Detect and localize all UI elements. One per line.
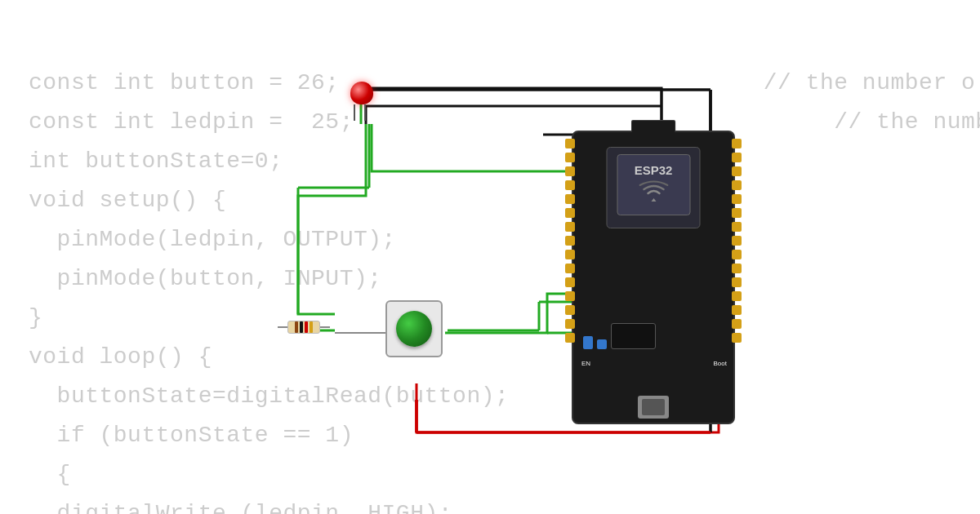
pushbutton-component [385, 300, 451, 366]
pin-right-4 [732, 180, 742, 190]
pin-left-15 [565, 333, 575, 343]
led-legs [358, 104, 366, 121]
esp32-left-pins [565, 139, 575, 343]
code-line-7: } [29, 305, 42, 330]
pin-left-10 [565, 264, 575, 273]
pin-right-5 [732, 194, 742, 204]
pin-left-6 [565, 208, 575, 218]
code-line-4: void setup() { [29, 188, 226, 213]
boot-label: Boot [714, 360, 727, 367]
pin-right-1 [732, 139, 742, 148]
resistor-component [278, 318, 335, 336]
pin-left-2 [565, 153, 575, 162]
led-anode [354, 104, 355, 121]
pin-right-9 [732, 250, 742, 259]
pin-left-1 [565, 139, 575, 148]
pin-left-5 [565, 194, 575, 204]
en-label: EN [581, 360, 590, 367]
pushbutton-cap [396, 311, 432, 347]
pin-right-13 [732, 305, 742, 315]
pin-left-3 [565, 166, 575, 176]
pin-right-7 [732, 222, 742, 232]
pin-left-13 [565, 305, 575, 315]
resistor-band-4 [310, 321, 313, 333]
pin-right-6 [732, 208, 742, 218]
led-cathode [364, 104, 366, 121]
code-line-8: void loop() { [29, 344, 212, 370]
pin-left-8 [565, 236, 575, 246]
pin-right-2 [732, 153, 742, 162]
pin-right-14 [732, 319, 742, 329]
resistor-band-1 [295, 321, 298, 333]
circuit-diagram: ESP32 EN Boot [229, 82, 735, 457]
pin-right-3 [732, 166, 742, 176]
pin-left-11 [565, 277, 575, 287]
esp32-small-components [583, 323, 656, 349]
code-line-12: digitalWrite (ledpin, HIGH); [29, 501, 452, 514]
esp32-chip-inner: ESP32 [617, 154, 690, 215]
esp32-wifi-icon [639, 180, 668, 207]
pushbutton-body [385, 300, 443, 357]
resistor-band-3 [305, 321, 308, 333]
led-bulb [350, 82, 373, 104]
esp32-label: ESP32 [635, 163, 673, 177]
pin-left-14 [565, 319, 575, 329]
pin-right-8 [732, 236, 742, 246]
resistor-band-2 [300, 321, 303, 333]
resistor-body [287, 321, 320, 334]
pin-right-15 [732, 333, 742, 343]
led-component [350, 82, 374, 122]
resistor-wire-right [320, 326, 330, 328]
resistor-wire-left [278, 326, 287, 328]
esp32-right-pins [732, 139, 742, 343]
pin-left-12 [565, 291, 575, 301]
esp32-antenna [631, 120, 676, 132]
usb-inner [642, 399, 665, 415]
cap-1 [583, 336, 593, 349]
pin-left-7 [565, 222, 575, 232]
ic-small [611, 323, 656, 349]
esp32-module: ESP32 [607, 147, 701, 228]
code-line-11: { [29, 462, 71, 487]
pin-right-12 [732, 291, 742, 301]
pin-right-10 [732, 264, 742, 273]
esp32-board: ESP32 EN Boot [572, 131, 735, 424]
cap-2 [597, 339, 607, 349]
usb-connector [638, 396, 669, 419]
pin-right-11 [732, 277, 742, 287]
pin-left-4 [565, 180, 575, 190]
pin-left-9 [565, 250, 575, 259]
